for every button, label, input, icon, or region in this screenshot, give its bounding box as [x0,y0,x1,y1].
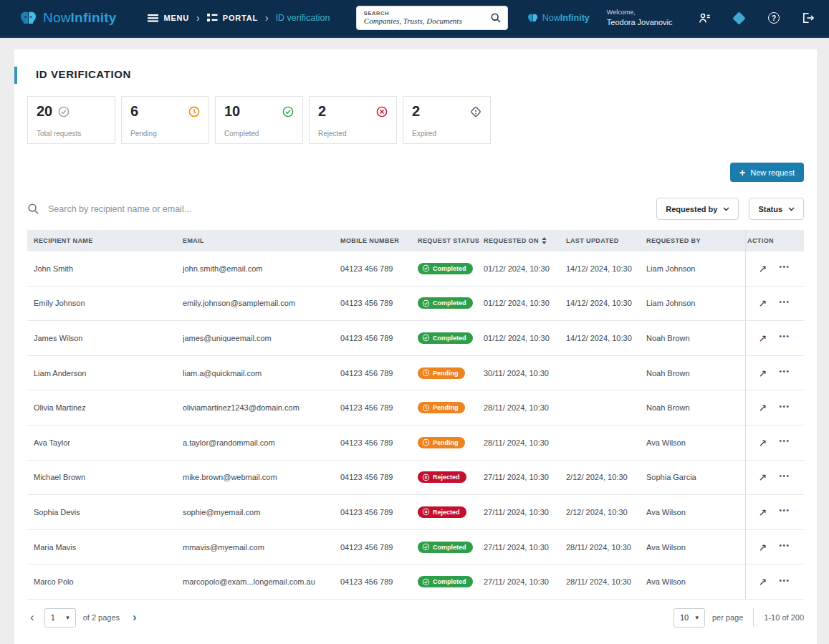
more-options-icon[interactable]: ••• [780,437,790,448]
cell-requested-on: 27/11/ 2024, 10:30 [484,543,566,552]
top-navbar: NowInfinity MENU › PORTAL › ID verificat… [0,0,829,38]
more-options-icon[interactable]: ••• [780,367,790,378]
breadcrumb-chevron-icon: › [265,12,269,24]
help-icon[interactable]: ? [767,11,780,24]
column-header-request-status[interactable]: REQUEST STATUS [418,237,484,244]
search-icon[interactable] [490,12,502,24]
new-request-button[interactable]: + New request [730,163,804,182]
nowinfinity-logo-icon [527,13,539,23]
open-request-icon[interactable]: ↗ [758,367,767,379]
cell-action: ↗ ••• [745,461,802,495]
global-search-input[interactable] [364,16,490,25]
cell-requested-on: 28/11/ 2024, 10:30 [484,403,566,412]
menu-label: MENU [163,14,189,22]
cell-action: ↗ ••• [745,530,802,564]
cell-email: mike.brown@webmail.com [183,473,340,481]
cell-email: john.smith@email.com [183,264,340,273]
cell-request-status: Completed [418,297,484,309]
portal-button[interactable]: PORTAL [207,14,258,22]
open-request-icon[interactable]: ↗ [758,332,767,344]
column-header-requested-on[interactable]: REQUESTED ON [484,237,566,244]
open-request-icon[interactable]: ↗ [758,576,767,587]
status-icon [422,438,430,446]
breadcrumb-current[interactable]: ID verification [276,13,330,23]
status-icon [422,578,430,586]
previous-page-icon[interactable]: ‹ [27,610,37,625]
status-badge: Completed [418,263,473,274]
column-header-action: ACTION [745,230,802,251]
status-badge: Completed [418,576,473,587]
cell-recipient-name: Michael Brown [27,473,183,481]
brand-logo[interactable]: NowInfinity [19,10,116,26]
menu-button[interactable]: MENU [148,14,189,22]
cell-email: oliviamartinez1243@domain.com [183,403,340,412]
per-page-label: per page [712,613,743,622]
status-badge: Pending [418,367,465,379]
open-request-icon[interactable]: ↗ [758,402,767,413]
status-icon [422,543,430,551]
cell-requested-on: 01/12/ 2024, 10:30 [484,299,566,307]
per-page-select[interactable]: 10 ▾ [674,608,705,628]
next-page-icon[interactable]: › [130,610,140,625]
stat-label: Pending [130,130,200,138]
sort-icon[interactable] [542,237,547,244]
global-search-label: SEARCH [364,11,490,17]
open-request-icon[interactable]: ↗ [758,263,767,274]
cell-request-status: Completed [418,263,484,274]
logout-icon[interactable] [802,11,815,24]
table-search-input[interactable] [48,204,349,214]
open-request-icon[interactable]: ↗ [758,297,767,309]
more-options-icon[interactable]: ••• [780,506,790,517]
column-header-mobile-number[interactable]: MOBILE NUMBER [340,237,418,244]
chevron-down-icon [788,207,795,211]
more-options-icon[interactable]: ••• [780,542,790,552]
cell-mobile-number: 04123 456 789 [340,577,418,586]
more-options-icon[interactable]: ••• [780,298,790,309]
status-filter[interactable]: Status [749,198,804,220]
status-icon [422,474,430,481]
column-header-last-updated[interactable]: LAST UPDATED [566,237,646,244]
column-header-requested-by[interactable]: REQUESTED BY [646,237,745,244]
cell-recipient-name: Ava Taylor [27,438,183,447]
column-header-email[interactable]: EMAIL [183,237,340,244]
more-options-icon[interactable]: ••• [780,332,790,343]
cell-last-updated: 14/12/ 2024, 10:30 [566,299,646,307]
cell-requested-by: Ava Wilson [646,508,745,516]
open-request-icon[interactable]: ↗ [758,506,767,518]
requested-by-filter[interactable]: Requested by [656,198,739,220]
welcome-text: Welcome, Teodora Jovanovic [607,9,673,27]
cell-email: emily.johnson@samplemail.com [183,299,340,307]
diamond-icon[interactable] [733,11,746,24]
global-search-box[interactable]: SEARCH [356,6,508,30]
open-request-icon[interactable]: ↗ [758,471,767,483]
page-select[interactable]: 1 ▾ [44,608,76,628]
cell-email: a.taylor@randommail.com [183,438,340,447]
open-request-icon[interactable]: ↗ [758,437,767,448]
column-header-recipient-name[interactable]: RECIPIENT NAME [27,237,183,244]
status-icon [422,299,430,307]
more-options-icon[interactable]: ••• [780,577,790,587]
more-options-icon[interactable]: ••• [780,263,790,274]
user-management-icon[interactable] [699,11,711,24]
range-text: 1-10 of 200 [764,613,804,622]
cell-requested-on: 28/11/ 2024, 10:30 [484,438,566,447]
cell-requested-by: Ava Wilson [646,543,745,552]
status-icon [422,508,430,516]
cell-request-status: Pending [418,402,484,413]
breadcrumb-chevron-icon: › [196,12,200,24]
open-request-icon[interactable]: ↗ [758,542,767,553]
cell-mobile-number: 04123 456 789 [340,334,418,342]
table-search-box[interactable] [27,203,656,215]
cell-action: ↗ ••• [745,495,802,529]
cell-recipient-name: Liam Anderson [27,369,183,378]
cell-requested-by: Noah Brown [646,369,745,378]
more-options-icon[interactable]: ••• [780,472,790,483]
cell-recipient-name: Maria Mavis [27,543,183,552]
more-options-icon[interactable]: ••• [780,403,790,413]
hamburger-icon [148,14,158,22]
cell-email: liam.a@quickmail.com [183,369,340,378]
status-icon [422,404,430,412]
table-row: Maria Mavis mmavis@myemail.com 04123 456… [27,530,804,565]
table-row: Michael Brown mike.brown@webmail.com 041… [27,461,804,496]
table-row: Emily Johnson emily.johnson@samplemail.c… [27,287,804,322]
